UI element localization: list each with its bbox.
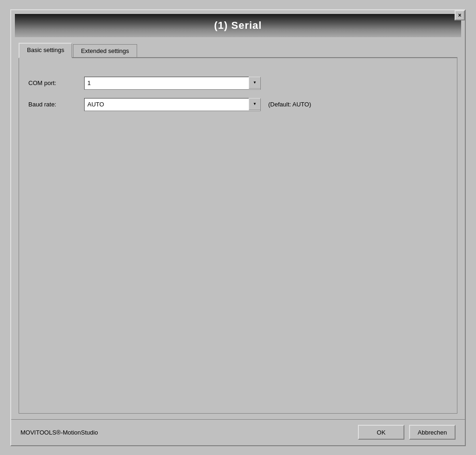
content-area: Basic settings Extended settings COM por… bbox=[11, 37, 465, 419]
tab-extended-settings[interactable]: Extended settings bbox=[73, 44, 137, 57]
ok-button[interactable]: OK bbox=[358, 425, 404, 440]
baud-rate-label: Baud rate: bbox=[28, 101, 84, 108]
cancel-button[interactable]: Abbrechen bbox=[409, 425, 456, 440]
com-port-select[interactable]: 1 2 3 4 5 6 7 8 bbox=[84, 77, 261, 90]
com-port-select-wrapper: 1 2 3 4 5 6 7 8 bbox=[84, 77, 261, 90]
baud-rate-row: Baud rate: AUTO 9600 19200 38400 57600 1… bbox=[28, 98, 448, 111]
com-port-row: COM port: 1 2 3 4 5 6 7 8 bbox=[28, 77, 448, 90]
bottom-buttons: OK Abbrechen bbox=[358, 425, 456, 440]
dialog-title: (1) Serial bbox=[214, 20, 262, 32]
serial-dialog: (1) Serial × Basic settings Extended set… bbox=[10, 9, 466, 446]
bottom-bar: MOVITOOLS®-MotionStudio OK Abbrechen bbox=[11, 419, 465, 445]
baud-rate-select[interactable]: AUTO 9600 19200 38400 57600 115200 bbox=[84, 98, 261, 111]
app-label: MOVITOOLS®-MotionStudio bbox=[20, 429, 98, 436]
baud-rate-select-wrapper: AUTO 9600 19200 38400 57600 115200 bbox=[84, 98, 261, 111]
tab-basic-settings-label: Basic settings bbox=[27, 46, 64, 53]
com-port-label: COM port: bbox=[28, 79, 84, 86]
tab-extended-settings-label: Extended settings bbox=[81, 47, 129, 54]
close-button[interactable]: × bbox=[455, 10, 465, 20]
tab-bar: Basic settings Extended settings bbox=[19, 43, 457, 58]
tab-basic-settings[interactable]: Basic settings bbox=[19, 43, 72, 58]
baud-rate-default-hint: (Default: AUTO) bbox=[268, 101, 311, 108]
title-bar: (1) Serial × bbox=[15, 14, 461, 37]
tab-content-basic: COM port: 1 2 3 4 5 6 7 8 bbox=[19, 58, 457, 414]
